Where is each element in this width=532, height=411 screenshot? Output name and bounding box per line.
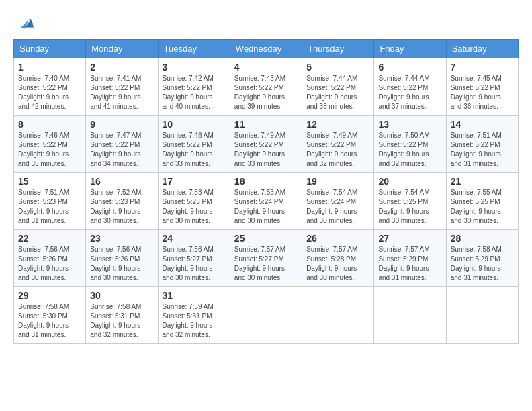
calendar-day-cell: 20 Sunrise: 7:54 AMSunset: 5:25 PMDaylig… [374,173,446,230]
day-number: 15 [18,176,81,187]
day-info: Sunrise: 7:56 AMSunset: 5:27 PMDaylight:… [163,246,214,281]
day-number: 8 [18,119,81,130]
calendar-day-cell: 5 Sunrise: 7:44 AMSunset: 5:22 PMDayligh… [302,58,374,116]
calendar-day-cell: 30 Sunrise: 7:58 AMSunset: 5:31 PMDaylig… [86,287,158,344]
calendar-day-cell: 25 Sunrise: 7:57 AMSunset: 5:27 PMDaylig… [230,230,302,287]
day-number: 18 [234,176,298,187]
calendar-day-cell: 11 Sunrise: 7:49 AMSunset: 5:22 PMDaylig… [230,116,302,173]
day-number: 7 [451,62,514,73]
day-info: Sunrise: 7:50 AMSunset: 5:22 PMDaylight:… [378,132,429,167]
day-info: Sunrise: 7:41 AMSunset: 5:22 PMDaylight:… [90,75,141,110]
calendar-header-cell: Monday [86,40,158,58]
calendar-day-cell: 31 Sunrise: 7:59 AMSunset: 5:31 PMDaylig… [158,287,230,344]
calendar-day-cell [446,287,518,344]
day-number: 27 [378,233,441,244]
calendar-day-cell: 23 Sunrise: 7:56 AMSunset: 5:26 PMDaylig… [86,230,158,287]
day-number: 25 [234,233,298,244]
day-info: Sunrise: 7:57 AMSunset: 5:29 PMDaylight:… [378,246,429,281]
day-info: Sunrise: 7:45 AMSunset: 5:22 PMDaylight:… [451,75,502,110]
calendar-day-cell: 1 Sunrise: 7:40 AMSunset: 5:22 PMDayligh… [14,58,86,116]
day-info: Sunrise: 7:55 AMSunset: 5:25 PMDaylight:… [451,189,502,224]
calendar-day-cell: 24 Sunrise: 7:56 AMSunset: 5:27 PMDaylig… [158,230,230,287]
calendar-week-row: 15 Sunrise: 7:51 AMSunset: 5:23 PMDaylig… [14,173,519,230]
calendar-header-cell: Friday [374,40,446,58]
calendar-day-cell: 18 Sunrise: 7:53 AMSunset: 5:24 PMDaylig… [230,173,302,230]
calendar-header-row: SundayMondayTuesdayWednesdayThursdayFrid… [14,40,519,58]
day-number: 23 [90,233,153,244]
calendar-week-row: 22 Sunrise: 7:56 AMSunset: 5:26 PMDaylig… [14,230,519,287]
day-info: Sunrise: 7:58 AMSunset: 5:30 PMDaylight:… [18,303,69,338]
calendar-day-cell: 14 Sunrise: 7:51 AMSunset: 5:22 PMDaylig… [446,116,518,173]
day-info: Sunrise: 7:53 AMSunset: 5:23 PMDaylight:… [163,189,214,224]
day-number: 4 [234,62,298,73]
calendar-header-cell: Wednesday [230,40,302,58]
day-number: 30 [90,290,153,301]
day-info: Sunrise: 7:46 AMSunset: 5:22 PMDaylight:… [18,132,69,167]
day-info: Sunrise: 7:49 AMSunset: 5:22 PMDaylight:… [306,132,357,167]
calendar-day-cell [230,287,302,344]
day-number: 26 [306,233,369,244]
calendar-day-cell: 10 Sunrise: 7:48 AMSunset: 5:22 PMDaylig… [158,116,230,173]
day-number: 19 [306,176,369,187]
day-number: 28 [451,233,514,244]
calendar-week-row: 8 Sunrise: 7:46 AMSunset: 5:22 PMDayligh… [14,116,519,173]
day-info: Sunrise: 7:58 AMSunset: 5:31 PMDaylight:… [90,303,141,338]
day-number: 31 [163,290,226,301]
calendar-day-cell: 19 Sunrise: 7:54 AMSunset: 5:24 PMDaylig… [302,173,374,230]
day-info: Sunrise: 7:54 AMSunset: 5:25 PMDaylight:… [378,189,429,224]
day-number: 1 [18,62,81,73]
logo-icon [16,13,35,32]
logo [13,13,35,32]
day-number: 9 [90,119,153,130]
calendar-day-cell: 29 Sunrise: 7:58 AMSunset: 5:30 PMDaylig… [14,287,86,344]
day-info: Sunrise: 7:53 AMSunset: 5:24 PMDaylight:… [234,189,285,224]
calendar-week-row: 1 Sunrise: 7:40 AMSunset: 5:22 PMDayligh… [14,58,519,116]
calendar-day-cell: 6 Sunrise: 7:44 AMSunset: 5:22 PMDayligh… [374,58,446,116]
calendar-header-cell: Tuesday [158,40,230,58]
calendar-day-cell: 12 Sunrise: 7:49 AMSunset: 5:22 PMDaylig… [302,116,374,173]
calendar-day-cell: 22 Sunrise: 7:56 AMSunset: 5:26 PMDaylig… [14,230,86,287]
calendar-day-cell: 21 Sunrise: 7:55 AMSunset: 5:25 PMDaylig… [446,173,518,230]
calendar-day-cell: 9 Sunrise: 7:47 AMSunset: 5:22 PMDayligh… [86,116,158,173]
calendar-body: 1 Sunrise: 7:40 AMSunset: 5:22 PMDayligh… [14,58,519,344]
day-info: Sunrise: 7:43 AMSunset: 5:22 PMDaylight:… [234,75,285,110]
calendar-day-cell: 17 Sunrise: 7:53 AMSunset: 5:23 PMDaylig… [158,173,230,230]
day-info: Sunrise: 7:52 AMSunset: 5:23 PMDaylight:… [90,189,141,224]
day-number: 16 [90,176,153,187]
day-info: Sunrise: 7:57 AMSunset: 5:28 PMDaylight:… [306,246,357,281]
day-info: Sunrise: 7:54 AMSunset: 5:24 PMDaylight:… [306,189,357,224]
day-number: 11 [234,119,298,130]
calendar-day-cell: 26 Sunrise: 7:57 AMSunset: 5:28 PMDaylig… [302,230,374,287]
calendar-day-cell: 15 Sunrise: 7:51 AMSunset: 5:23 PMDaylig… [14,173,86,230]
day-info: Sunrise: 7:40 AMSunset: 5:22 PMDaylight:… [18,75,69,110]
calendar-day-cell: 13 Sunrise: 7:50 AMSunset: 5:22 PMDaylig… [374,116,446,173]
day-info: Sunrise: 7:56 AMSunset: 5:26 PMDaylight:… [18,246,69,281]
calendar-table: SundayMondayTuesdayWednesdayThursdayFrid… [13,39,519,344]
calendar-header-cell: Saturday [446,40,518,58]
calendar-day-cell: 2 Sunrise: 7:41 AMSunset: 5:22 PMDayligh… [86,58,158,116]
day-info: Sunrise: 7:56 AMSunset: 5:26 PMDaylight:… [90,246,141,281]
day-number: 12 [306,119,369,130]
day-info: Sunrise: 7:42 AMSunset: 5:22 PMDaylight:… [163,75,214,110]
calendar-day-cell: 8 Sunrise: 7:46 AMSunset: 5:22 PMDayligh… [14,116,86,173]
day-number: 17 [163,176,226,187]
day-number: 3 [163,62,226,73]
day-info: Sunrise: 7:59 AMSunset: 5:31 PMDaylight:… [163,303,214,338]
calendar-week-row: 29 Sunrise: 7:58 AMSunset: 5:30 PMDaylig… [14,287,519,344]
calendar-header-cell: Thursday [302,40,374,58]
day-info: Sunrise: 7:51 AMSunset: 5:23 PMDaylight:… [18,189,69,224]
day-info: Sunrise: 7:49 AMSunset: 5:22 PMDaylight:… [234,132,285,167]
calendar-day-cell: 16 Sunrise: 7:52 AMSunset: 5:23 PMDaylig… [86,173,158,230]
day-info: Sunrise: 7:58 AMSunset: 5:29 PMDaylight:… [451,246,502,281]
calendar-day-cell: 27 Sunrise: 7:57 AMSunset: 5:29 PMDaylig… [374,230,446,287]
day-info: Sunrise: 7:48 AMSunset: 5:22 PMDaylight:… [163,132,214,167]
day-number: 14 [451,119,514,130]
day-number: 22 [18,233,81,244]
day-number: 6 [378,62,441,73]
calendar-day-cell: 3 Sunrise: 7:42 AMSunset: 5:22 PMDayligh… [158,58,230,116]
day-number: 2 [90,62,153,73]
header [13,13,519,32]
day-number: 10 [163,119,226,130]
calendar-header-cell: Sunday [14,40,86,58]
day-info: Sunrise: 7:47 AMSunset: 5:22 PMDaylight:… [90,132,141,167]
